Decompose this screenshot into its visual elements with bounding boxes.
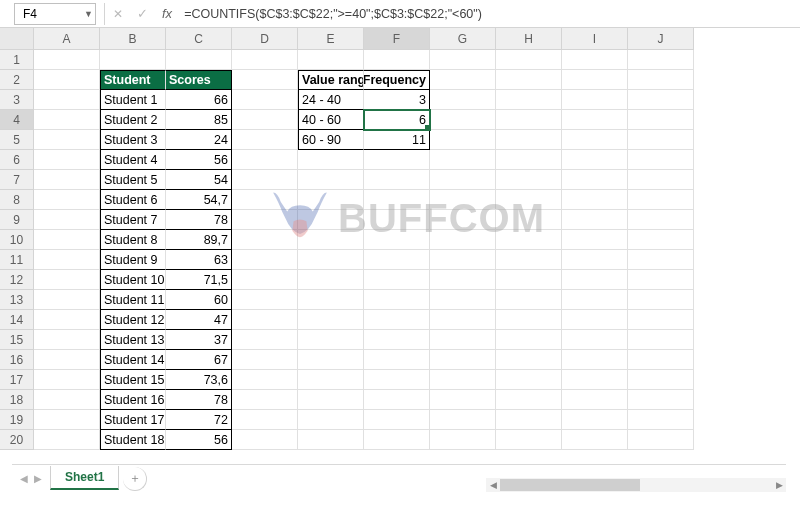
cell[interactable]: [298, 390, 364, 410]
cell[interactable]: [34, 270, 100, 290]
row-header[interactable]: 17: [0, 370, 34, 390]
cell-score[interactable]: 63: [166, 250, 232, 270]
cell-score[interactable]: 54,7: [166, 190, 232, 210]
cell[interactable]: [298, 290, 364, 310]
cell[interactable]: [364, 310, 430, 330]
cell-student[interactable]: Student 6: [100, 190, 166, 210]
row-header[interactable]: 16: [0, 350, 34, 370]
cell-range[interactable]: 40 - 60: [298, 110, 364, 130]
cell-score[interactable]: 47: [166, 310, 232, 330]
cell[interactable]: [100, 50, 166, 70]
cell-score[interactable]: 85: [166, 110, 232, 130]
cell-student[interactable]: Student 7: [100, 210, 166, 230]
cell-score[interactable]: 37: [166, 330, 232, 350]
cell[interactable]: [628, 310, 694, 330]
row-header[interactable]: 8: [0, 190, 34, 210]
cell[interactable]: [562, 190, 628, 210]
fx-icon[interactable]: fx: [162, 6, 172, 21]
cell[interactable]: [496, 250, 562, 270]
cell[interactable]: [628, 250, 694, 270]
cell-student[interactable]: Student 14: [100, 350, 166, 370]
cell[interactable]: [628, 230, 694, 250]
cell[interactable]: [232, 110, 298, 130]
cell[interactable]: [496, 270, 562, 290]
cell[interactable]: [298, 210, 364, 230]
cell[interactable]: [562, 370, 628, 390]
cell-student[interactable]: Student 8: [100, 230, 166, 250]
table-header-scores[interactable]: Scores: [166, 70, 232, 90]
cell[interactable]: [562, 270, 628, 290]
cell[interactable]: [298, 430, 364, 450]
cell[interactable]: [298, 230, 364, 250]
table-header-frequency[interactable]: Frequency: [364, 70, 430, 90]
cell[interactable]: [562, 230, 628, 250]
cell[interactable]: [298, 350, 364, 370]
cell[interactable]: [430, 110, 496, 130]
cell[interactable]: [232, 270, 298, 290]
cell[interactable]: [628, 430, 694, 450]
cell[interactable]: [430, 350, 496, 370]
cell[interactable]: [430, 390, 496, 410]
cell[interactable]: [232, 330, 298, 350]
confirm-icon[interactable]: ✓: [137, 6, 148, 21]
cell-student[interactable]: Student 9: [100, 250, 166, 270]
cell-student[interactable]: Student 4: [100, 150, 166, 170]
cell[interactable]: [430, 290, 496, 310]
cell[interactable]: [496, 70, 562, 90]
col-header[interactable]: J: [628, 28, 694, 50]
cell[interactable]: [364, 390, 430, 410]
cell[interactable]: [232, 310, 298, 330]
cell[interactable]: [34, 390, 100, 410]
cell[interactable]: [298, 310, 364, 330]
cell[interactable]: [562, 90, 628, 110]
cell-student[interactable]: Student 10: [100, 270, 166, 290]
scroll-thumb[interactable]: [500, 479, 640, 491]
cell[interactable]: [232, 410, 298, 430]
cell[interactable]: [34, 250, 100, 270]
cell[interactable]: [496, 130, 562, 150]
cell-score[interactable]: 66: [166, 90, 232, 110]
cell-score[interactable]: 78: [166, 390, 232, 410]
row-header[interactable]: 15: [0, 330, 34, 350]
col-header[interactable]: D: [232, 28, 298, 50]
cell[interactable]: [496, 410, 562, 430]
cell[interactable]: [34, 150, 100, 170]
cell[interactable]: [298, 370, 364, 390]
row-header[interactable]: 3: [0, 90, 34, 110]
col-header[interactable]: E: [298, 28, 364, 50]
row-header[interactable]: 2: [0, 70, 34, 90]
cell[interactable]: [496, 50, 562, 70]
cell[interactable]: [496, 150, 562, 170]
cell[interactable]: [430, 210, 496, 230]
cell[interactable]: [562, 50, 628, 70]
cell[interactable]: [496, 190, 562, 210]
cell[interactable]: [628, 270, 694, 290]
cell[interactable]: [166, 50, 232, 70]
name-box[interactable]: F4 ▼: [14, 3, 96, 25]
row-header[interactable]: 11: [0, 250, 34, 270]
cell[interactable]: [34, 230, 100, 250]
col-header[interactable]: B: [100, 28, 166, 50]
cell[interactable]: [562, 330, 628, 350]
cell-score[interactable]: 56: [166, 430, 232, 450]
col-header[interactable]: F: [364, 28, 430, 50]
cell[interactable]: [628, 210, 694, 230]
tab-next-icon[interactable]: ▶: [34, 473, 42, 484]
cell-range[interactable]: 60 - 90: [298, 130, 364, 150]
cell[interactable]: [232, 210, 298, 230]
cell-score[interactable]: 56: [166, 150, 232, 170]
cell[interactable]: [628, 170, 694, 190]
cell[interactable]: [364, 210, 430, 230]
cell[interactable]: [628, 350, 694, 370]
cell[interactable]: [628, 90, 694, 110]
cell[interactable]: [34, 170, 100, 190]
cell[interactable]: [364, 190, 430, 210]
cell[interactable]: [364, 150, 430, 170]
cell[interactable]: [496, 330, 562, 350]
horizontal-scrollbar[interactable]: ◀ ▶: [486, 478, 786, 492]
cell[interactable]: [430, 250, 496, 270]
row-header[interactable]: 18: [0, 390, 34, 410]
cell[interactable]: [34, 50, 100, 70]
col-header[interactable]: C: [166, 28, 232, 50]
select-all-corner[interactable]: [0, 28, 34, 50]
